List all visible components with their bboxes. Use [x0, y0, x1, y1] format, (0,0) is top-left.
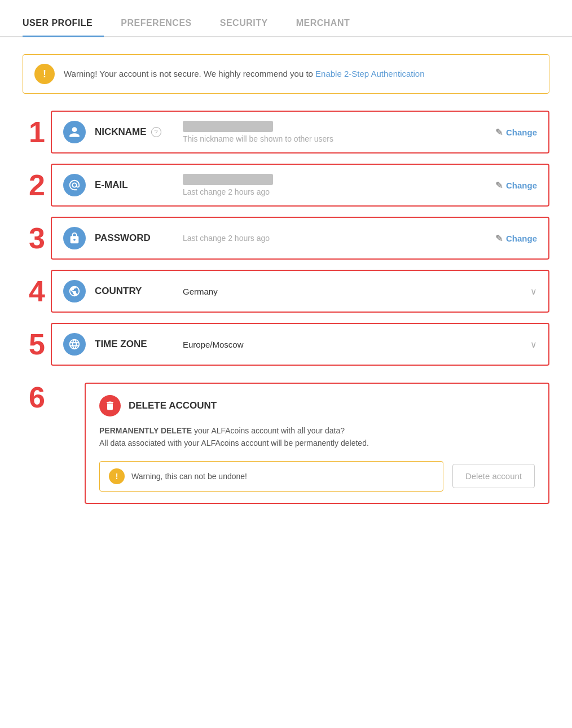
password-label: PASSWORD [95, 233, 168, 244]
timezone-chevron-icon[interactable]: ∨ [530, 339, 537, 350]
delete-account-button[interactable]: Delete account [452, 464, 535, 488]
delete-warning-row: ! Warning, this can not be undone! Delet… [99, 461, 535, 492]
delete-desc-text: your ALFAcoins account with all your dat… [192, 426, 345, 435]
nickname-icon [63, 121, 86, 143]
password-change-btn[interactable]: ✎ Change [495, 233, 537, 244]
country-icon [63, 280, 86, 302]
warning-icon: ! [34, 64, 55, 84]
password-value: Last change 2 hours ago [177, 234, 486, 243]
section-number-5: 5 [23, 323, 51, 366]
section-number-6: 6 [23, 383, 51, 412]
section-number-1: 1 [23, 111, 51, 154]
edit-icon: ✎ [495, 127, 503, 138]
email-sub: Last change 2 hours ago [183, 187, 481, 196]
email-masked [183, 174, 273, 185]
nickname-masked [183, 121, 273, 132]
email-icon [63, 174, 86, 196]
delete-warning-box: ! Warning, this can not be undone! [99, 461, 443, 492]
delete-warning-text: Warning, this can not be undone! [131, 472, 247, 481]
nickname-card: NICKNAME ? This nickname will be shown t… [51, 111, 549, 154]
edit-icon-email: ✎ [495, 180, 503, 191]
security-warning-banner: ! Warning! Your account is not secure. W… [23, 54, 549, 94]
country-dropdown-value: Germany [177, 287, 521, 296]
password-sub: Last change 2 hours ago [183, 234, 481, 243]
delete-icon [99, 395, 121, 416]
country-chevron-icon[interactable]: ∨ [530, 286, 537, 297]
timezone-icon [63, 333, 86, 356]
nickname-help-icon[interactable]: ? [151, 127, 161, 137]
nickname-row: 1 NICKNAME ? This nickname will be shown… [23, 111, 549, 154]
warning-text: Warning! Your account is not secure. We … [64, 68, 425, 81]
delete-description: PERMANENTLY DELETE your ALFAcoins accoun… [99, 424, 535, 450]
warning-text-before: Warning! Your account is not secure. We … [64, 69, 315, 78]
tab-security[interactable]: SECURITY [220, 11, 279, 36]
tab-user-profile[interactable]: USER PROFILE [23, 11, 104, 36]
country-card: COUNTRY Germany ∨ [51, 270, 549, 313]
nickname-sub: This nickname will be shown to other use… [183, 134, 481, 143]
country-label: COUNTRY [95, 286, 168, 297]
delete-card: DELETE ACCOUNT PERMANENTLY DELETE your A… [85, 383, 549, 504]
main-content: ! Warning! Your account is not secure. W… [0, 37, 572, 521]
delete-section: 6 DELETE ACCOUNT PERMANENTLY DELETE your… [23, 383, 549, 504]
country-row: 4 COUNTRY Germany ∨ [23, 270, 549, 313]
email-row: 2 E-MAIL Last change 2 hours ago ✎ Chang… [23, 164, 549, 207]
delete-row: 6 DELETE ACCOUNT PERMANENTLY DELETE your… [23, 383, 549, 504]
delete-warning-icon: ! [109, 468, 125, 484]
nickname-label: NICKNAME ? [95, 126, 168, 138]
timezone-dropdown-value: Europe/Moscow [177, 340, 521, 349]
timezone-row: 5 TIME ZONE Europe/Moscow ∨ [23, 323, 549, 366]
nickname-change-btn[interactable]: ✎ Change [495, 127, 537, 138]
email-change-btn[interactable]: ✎ Change [495, 180, 537, 191]
tab-preferences[interactable]: PREFERENCES [121, 11, 203, 36]
edit-icon-password: ✎ [495, 233, 503, 244]
delete-desc-sub: All data associated with your ALFAcoins … [99, 438, 369, 448]
email-value: Last change 2 hours ago [177, 174, 486, 196]
delete-desc-bold: PERMANENTLY DELETE [99, 426, 192, 435]
password-card: PASSWORD Last change 2 hours ago ✎ Chang… [51, 217, 549, 260]
email-card: E-MAIL Last change 2 hours ago ✎ Change [51, 164, 549, 207]
timezone-card: TIME ZONE Europe/Moscow ∨ [51, 323, 549, 366]
password-icon [63, 227, 86, 249]
section-number-4: 4 [23, 270, 51, 313]
delete-title: DELETE ACCOUNT [129, 400, 217, 411]
delete-header: DELETE ACCOUNT [99, 395, 535, 416]
tab-merchant[interactable]: MERCHANT [296, 11, 362, 36]
nickname-value: This nickname will be shown to other use… [177, 121, 486, 143]
section-number-2: 2 [23, 164, 51, 207]
section-number-3: 3 [23, 217, 51, 260]
enable-2fa-link[interactable]: Enable 2-Step Authentication [315, 69, 424, 78]
timezone-label: TIME ZONE [95, 339, 168, 350]
email-label: E-MAIL [95, 179, 168, 191]
password-row: 3 PASSWORD Last change 2 hours ago ✎ Cha… [23, 217, 549, 260]
nav-tabs: USER PROFILE PREFERENCES SECURITY MERCHA… [0, 0, 572, 37]
